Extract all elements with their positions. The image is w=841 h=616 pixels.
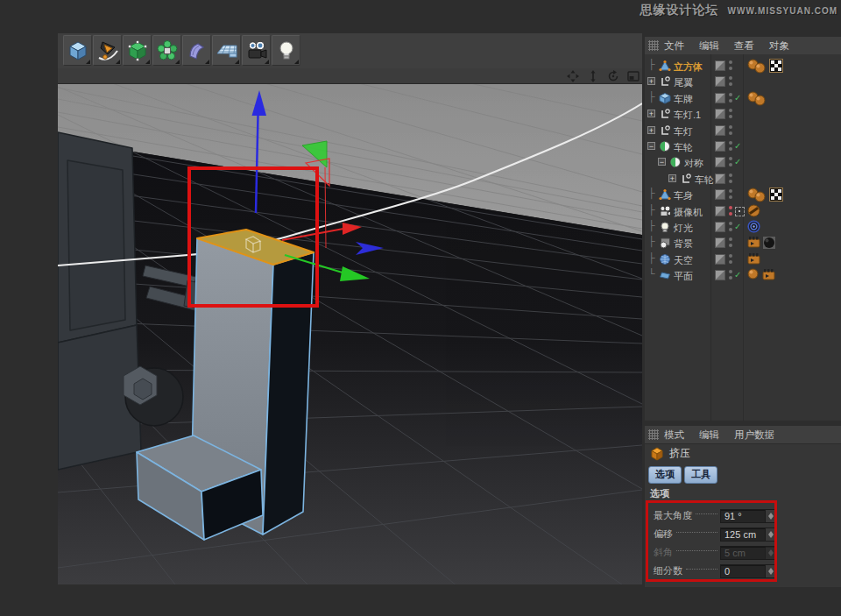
pan-icon[interactable] xyxy=(566,70,579,82)
object-label[interactable]: 摄像机 xyxy=(674,206,703,219)
object-row[interactable]: +尾翼 xyxy=(645,74,841,89)
object-row[interactable]: ├背景 xyxy=(645,235,841,251)
object-label[interactable]: 对称 xyxy=(684,157,703,170)
light-tool-icon[interactable] xyxy=(272,35,300,66)
layer-toggle[interactable] xyxy=(715,270,725,280)
enabled-check-icon[interactable]: ✓ xyxy=(734,270,741,280)
expand-toggle-icon[interactable]: − xyxy=(658,158,666,166)
layer-toggle[interactable] xyxy=(715,222,725,232)
stepper[interactable] xyxy=(765,510,775,522)
subdivision-input[interactable]: 0 xyxy=(720,564,776,578)
layer-toggle[interactable] xyxy=(715,76,725,87)
enabled-check-icon[interactable]: ✓ xyxy=(734,157,741,166)
object-label[interactable]: 平面 xyxy=(674,270,693,283)
visibility-dots[interactable] xyxy=(729,254,732,266)
drag-handle-icon[interactable] xyxy=(648,40,659,51)
layer-toggle[interactable] xyxy=(715,157,725,167)
object-row[interactable]: +车灯 xyxy=(645,123,841,138)
visibility-dots[interactable] xyxy=(729,189,732,202)
checker-tag-icon[interactable] xyxy=(769,188,783,202)
menu-edit[interactable]: 编辑 xyxy=(699,39,719,53)
compositing-tag-icon[interactable] xyxy=(747,236,761,250)
object-row[interactable]: ├天空 xyxy=(645,251,841,267)
enabled-check-icon[interactable]: ✓ xyxy=(734,141,741,151)
compositing-tag-icon[interactable] xyxy=(762,268,776,282)
drag-handle-icon[interactable] xyxy=(648,429,659,440)
object-label[interactable]: 背景 xyxy=(674,237,693,251)
object-tree[interactable]: ├立方体+尾翼├车牌✓+车灯.1+车灯−车轮✓−对称✓+车轮├车身├摄像机├灯光… xyxy=(645,54,841,421)
visibility-dots[interactable] xyxy=(729,237,732,250)
maximize-icon[interactable] xyxy=(626,70,640,82)
protection-tag-icon[interactable] xyxy=(747,204,761,218)
enabled-check-icon[interactable]: ✓ xyxy=(734,93,741,103)
visibility-dots[interactable] xyxy=(729,125,732,138)
offset-input[interactable]: 125 cm xyxy=(720,527,776,542)
stepper[interactable] xyxy=(765,565,775,577)
menu-mode[interactable]: 模式 xyxy=(664,428,684,442)
menu-userdata[interactable]: 用户数据 xyxy=(734,428,774,442)
visibility-dots[interactable] xyxy=(729,222,732,234)
object-row[interactable]: −车轮✓ xyxy=(645,138,841,154)
visibility-dots[interactable] xyxy=(729,157,732,169)
tab-tool[interactable]: 工具 xyxy=(684,466,717,484)
3d-viewport[interactable] xyxy=(58,84,642,584)
scene-canvas[interactable] xyxy=(58,84,642,584)
object-row[interactable]: └平面✓ xyxy=(645,267,841,283)
expand-toggle-icon[interactable]: + xyxy=(647,77,655,85)
object-label[interactable]: 天空 xyxy=(674,254,693,267)
menu-file[interactable]: 文件 xyxy=(664,39,684,53)
visibility-dots[interactable] xyxy=(729,60,732,73)
expand-toggle-icon[interactable]: − xyxy=(647,142,655,150)
generator-icon[interactable] xyxy=(123,35,152,66)
object-row[interactable]: +车轮 xyxy=(645,171,841,187)
object-label[interactable]: 车轮 xyxy=(695,173,714,187)
object-row[interactable]: ├灯光✓ xyxy=(645,219,841,235)
sphere-tag-icon[interactable] xyxy=(747,268,761,282)
visibility-dots[interactable] xyxy=(729,76,732,89)
layer-toggle[interactable] xyxy=(715,60,725,71)
expand-toggle-icon[interactable]: + xyxy=(668,174,676,182)
object-label[interactable]: 车身 xyxy=(674,189,693,202)
visibility-dots[interactable] xyxy=(729,206,732,218)
object-row[interactable]: ├车身 xyxy=(645,187,841,202)
spline-pen-icon[interactable] xyxy=(93,35,122,66)
layer-toggle[interactable] xyxy=(715,109,725,119)
tab-options[interactable]: 选项 xyxy=(648,466,682,484)
menu-object[interactable]: 对象 xyxy=(769,39,789,53)
layer-toggle[interactable] xyxy=(715,237,725,248)
object-row[interactable]: ├立方体 xyxy=(645,58,841,74)
visibility-dots[interactable] xyxy=(729,93,732,105)
layer-toggle[interactable] xyxy=(715,93,725,103)
object-label[interactable]: 尾翼 xyxy=(674,76,693,89)
expand-toggle-icon[interactable]: + xyxy=(647,126,655,134)
object-row[interactable]: ├车牌✓ xyxy=(645,90,841,106)
floor-environment-icon[interactable] xyxy=(212,35,241,66)
zoom-icon[interactable] xyxy=(586,70,599,82)
object-row[interactable]: ├摄像机 xyxy=(645,203,841,219)
stepper[interactable] xyxy=(765,528,775,541)
menu-view[interactable]: 查看 xyxy=(734,39,754,53)
visibility-dots[interactable] xyxy=(729,173,732,186)
object-label[interactable]: 车牌 xyxy=(674,93,693,106)
modeling-array-icon[interactable] xyxy=(152,35,181,66)
layer-toggle[interactable] xyxy=(715,206,725,216)
object-label[interactable]: 车灯.1 xyxy=(674,109,701,122)
visibility-dots[interactable] xyxy=(729,270,732,282)
layer-toggle[interactable] xyxy=(715,254,725,265)
target-tag-icon[interactable] xyxy=(747,220,761,234)
compositing-tag-icon[interactable] xyxy=(747,252,761,266)
object-label[interactable]: 立方体 xyxy=(674,60,703,74)
object-row[interactable]: +车灯.1 xyxy=(645,106,841,122)
checker-tag-icon[interactable] xyxy=(769,59,783,73)
menu-edit[interactable]: 编辑 xyxy=(699,428,719,442)
object-row[interactable]: −对称✓ xyxy=(645,154,841,170)
object-label[interactable]: 车轮 xyxy=(674,141,693,154)
layer-toggle[interactable] xyxy=(715,189,725,200)
camera-tool-icon[interactable] xyxy=(242,35,271,66)
object-label[interactable]: 灯光 xyxy=(674,222,693,235)
layer-toggle[interactable] xyxy=(715,173,725,184)
rotate-icon[interactable] xyxy=(606,70,619,82)
layer-toggle[interactable] xyxy=(715,141,725,152)
max-angle-input[interactable]: 91 ° xyxy=(720,509,776,523)
enabled-check-icon[interactable]: ✓ xyxy=(734,222,741,231)
